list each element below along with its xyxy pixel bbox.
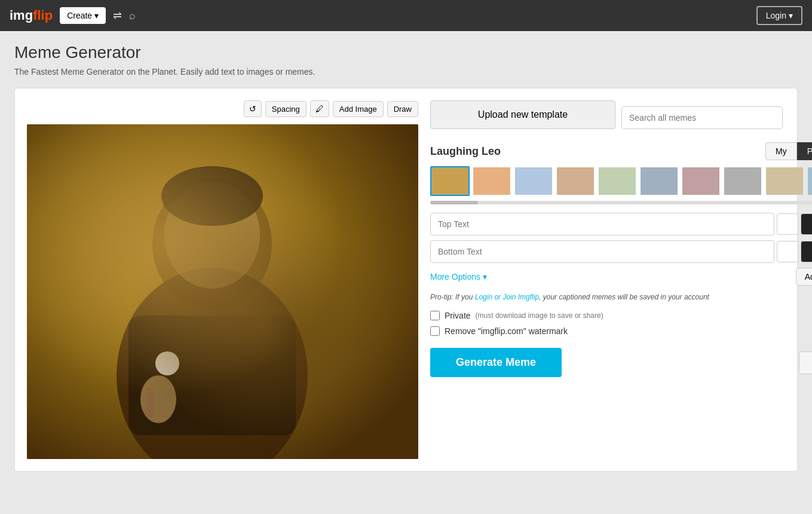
tab-popular[interactable]: Popular bbox=[797, 142, 812, 160]
tab-my[interactable]: My bbox=[765, 142, 797, 160]
logo-img: img bbox=[10, 8, 33, 23]
spacing-button[interactable]: Spacing bbox=[265, 101, 307, 117]
watermark-checkbox-row: Remove "imgflip.com" watermark bbox=[430, 326, 812, 336]
options-row: More Options ▾ Add Text bbox=[430, 268, 812, 286]
create-button[interactable]: Create ▾ bbox=[60, 7, 106, 24]
top-text-black-color[interactable] bbox=[801, 213, 812, 235]
reset-button[interactable]: Reset bbox=[799, 351, 812, 374]
thumbnail-item[interactable] bbox=[681, 166, 721, 196]
font-icon-button[interactable]: 🖊 bbox=[310, 100, 329, 117]
svg-rect-5 bbox=[128, 316, 296, 435]
private-checkbox[interactable] bbox=[430, 311, 440, 320]
template-name: Laughing Leo bbox=[430, 145, 501, 158]
scrollbar-thumb bbox=[430, 201, 478, 204]
generate-meme-button[interactable]: Generate Meme bbox=[430, 348, 562, 377]
thumb-image-8 bbox=[724, 167, 761, 195]
top-text-white-color[interactable] bbox=[777, 213, 798, 235]
thumb-image-10 bbox=[808, 167, 812, 195]
thumb-image-7 bbox=[682, 167, 719, 195]
thumbnail-item[interactable] bbox=[639, 166, 679, 196]
thumbnail-item[interactable] bbox=[556, 166, 595, 196]
svg-point-4 bbox=[161, 166, 263, 226]
page-content: Meme Generator The Fastest Meme Generato… bbox=[0, 31, 812, 484]
pro-tip: Pro-tip: If you Login or Join Imgflip, y… bbox=[430, 293, 812, 301]
meme-image-container bbox=[27, 124, 418, 459]
private-label[interactable]: Private bbox=[445, 311, 471, 320]
svg-point-3 bbox=[164, 181, 260, 289]
svg-point-2 bbox=[117, 268, 308, 459]
login-label: Login bbox=[766, 11, 786, 20]
thumbnail-item[interactable] bbox=[807, 166, 812, 196]
thumbnail-item[interactable] bbox=[430, 166, 470, 196]
bottom-text-input[interactable] bbox=[430, 240, 774, 263]
thumb-image-5 bbox=[599, 167, 636, 195]
top-text-row: ⚙ bbox=[430, 213, 812, 235]
add-image-button[interactable]: Add Image bbox=[333, 101, 384, 117]
reset-icon: ↺ bbox=[249, 104, 256, 114]
thumbnail-item[interactable] bbox=[597, 166, 637, 196]
logo[interactable]: imgflip bbox=[10, 8, 53, 23]
bottom-text-white-color[interactable] bbox=[777, 241, 798, 262]
meme-svg bbox=[27, 124, 418, 459]
add-text-button[interactable]: Add Text bbox=[796, 268, 812, 286]
tab-group: My Popular bbox=[765, 142, 812, 160]
svg-point-7 bbox=[140, 375, 176, 423]
create-label: Create bbox=[67, 11, 92, 20]
watermark-checkbox[interactable] bbox=[430, 326, 440, 336]
logo-flip: flip bbox=[33, 8, 53, 23]
more-options-button[interactable]: More Options ▾ bbox=[430, 272, 487, 282]
thumb-image-6 bbox=[641, 167, 678, 195]
login-button[interactable]: Login ▾ bbox=[756, 6, 802, 25]
watermark-label[interactable]: Remove "imgflip.com" watermark bbox=[445, 326, 568, 336]
main-container: ↺ Spacing 🖊 Add Image Draw bbox=[14, 88, 798, 472]
login-dropdown-arrow: ▾ bbox=[789, 11, 793, 20]
top-text-input[interactable] bbox=[430, 213, 774, 235]
thumb-image-2 bbox=[473, 167, 510, 195]
template-name-row: Laughing Leo My Popular bbox=[430, 142, 812, 160]
reset-icon-button[interactable]: ↺ bbox=[244, 100, 262, 117]
navbar-left: imgflip Create ▾ ⇌ ⌕ bbox=[10, 7, 136, 24]
thumb-image-9 bbox=[766, 167, 803, 195]
navbar-right: Login ▾ bbox=[756, 6, 802, 25]
thumbnail-strip bbox=[430, 166, 812, 196]
pro-tip-text: Pro-tip: If you bbox=[430, 293, 475, 301]
thumbnail-item[interactable] bbox=[723, 166, 762, 196]
svg-point-6 bbox=[155, 351, 179, 375]
login-join-link[interactable]: Login or Join Imgflip bbox=[475, 293, 539, 301]
private-checkbox-row: Private (must download image to save or … bbox=[430, 311, 812, 320]
meme-image bbox=[27, 124, 418, 459]
page-title: Meme Generator bbox=[14, 43, 798, 62]
svg-rect-0 bbox=[27, 124, 418, 459]
thumbnail-scrollbar[interactable] bbox=[430, 201, 812, 204]
svg-rect-8 bbox=[146, 387, 154, 417]
navbar: imgflip Create ▾ ⇌ ⌕ Login ▾ bbox=[0, 0, 812, 31]
upload-template-button[interactable]: Upload new template bbox=[430, 100, 615, 129]
bottom-text-black-color[interactable] bbox=[801, 241, 812, 262]
font-icon: 🖊 bbox=[315, 104, 324, 114]
thumb-image-4 bbox=[557, 167, 594, 195]
right-panel: Upload new template Laughing Leo My Popu… bbox=[430, 100, 812, 459]
search-input[interactable] bbox=[621, 106, 783, 129]
private-note: (must download image to save or share) bbox=[476, 311, 603, 320]
bottom-text-row: ⚙ bbox=[430, 240, 812, 263]
top-row: Upload new template bbox=[430, 100, 812, 135]
toolbar: ↺ Spacing 🖊 Add Image Draw bbox=[27, 100, 418, 117]
action-row: Generate Meme Reset bbox=[430, 348, 812, 377]
more-options-arrow: ▾ bbox=[483, 272, 487, 282]
thumbnail-item[interactable] bbox=[472, 166, 511, 196]
search-icon[interactable]: ⌕ bbox=[129, 10, 136, 22]
create-dropdown-arrow: ▾ bbox=[94, 11, 99, 20]
pro-tip-end: , your captioned memes will be saved in … bbox=[539, 293, 709, 301]
thumb-image-3 bbox=[515, 167, 552, 195]
shuffle-icon[interactable]: ⇌ bbox=[113, 9, 122, 22]
thumb-image-1 bbox=[431, 167, 468, 195]
left-panel: ↺ Spacing 🖊 Add Image Draw bbox=[27, 100, 418, 459]
draw-button[interactable]: Draw bbox=[387, 101, 418, 117]
more-options-label: More Options bbox=[430, 272, 480, 282]
page-subtitle: The Fastest Meme Generator on the Planet… bbox=[14, 66, 798, 78]
thumbnail-item[interactable] bbox=[765, 166, 804, 196]
svg-point-1 bbox=[152, 178, 272, 310]
thumbnail-item[interactable] bbox=[514, 166, 553, 196]
